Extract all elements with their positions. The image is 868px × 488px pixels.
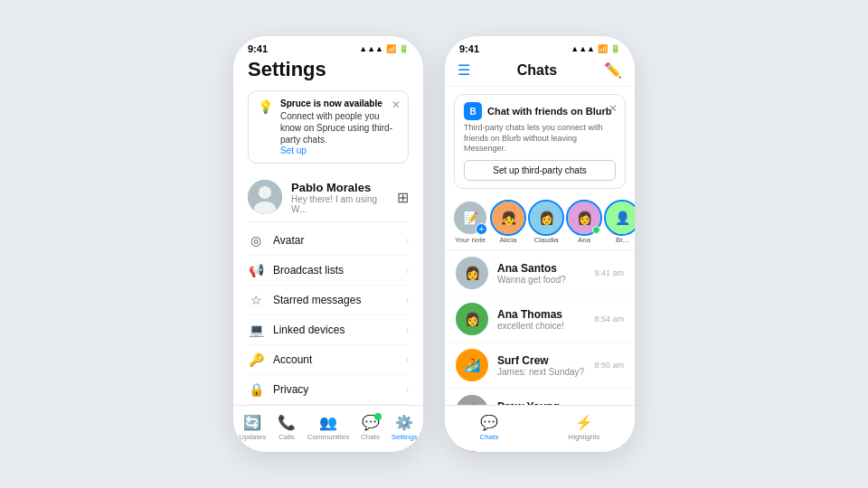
ana-thomas-time: 8:54 am xyxy=(594,314,624,324)
notification-banner: 💡 Spruce is now available Connect with p… xyxy=(248,90,409,164)
broadcast-menu-item[interactable]: 📢 Broadcast lists › xyxy=(248,256,409,286)
star-icon: ☆ xyxy=(248,293,264,307)
privacy-menu-item[interactable]: 🔒 Privacy › xyxy=(248,375,409,405)
avatar-label: Avatar xyxy=(273,234,304,247)
nav-settings[interactable]: ⚙️ Settings xyxy=(392,414,418,441)
starred-menu-item[interactable]: ☆ Starred messages › xyxy=(248,286,409,315)
communities-icon: 👥 xyxy=(319,414,337,431)
story-br[interactable]: 👤 Br... xyxy=(606,202,635,244)
profile-avatar xyxy=(248,180,282,214)
ana-thomas-info: Ana Thomas excellent choice! xyxy=(497,308,585,331)
story-ring xyxy=(490,200,526,236)
broadcast-label: Broadcast lists xyxy=(273,264,344,277)
surf-crew-info: Surf Crew James: next Sunday? xyxy=(497,354,585,377)
signal-icon: ▲▲▲ xyxy=(359,44,383,53)
status-icons-right: ▲▲▲ 📶 🔋 xyxy=(571,44,620,53)
bulb-icon: 💡 xyxy=(258,99,273,114)
battery-icon: 🔋 xyxy=(399,44,409,53)
profile-status: Hey there! I am using W... xyxy=(291,194,388,214)
chevron-icon: › xyxy=(406,266,409,276)
close-notification-icon[interactable]: ✕ xyxy=(392,99,401,111)
calls-nav-label: Calls xyxy=(278,433,295,441)
rnav-chats[interactable]: 💬 Chats xyxy=(479,414,498,441)
tp-title: Chat with friends on Blurb xyxy=(487,106,612,117)
online-indicator xyxy=(592,226,600,234)
avatar-icon: ◎ xyxy=(248,233,264,248)
qr-code-icon[interactable]: ⊞ xyxy=(397,189,409,206)
devices-icon: 💻 xyxy=(248,323,264,337)
chats-nav-label: Chats xyxy=(361,433,380,441)
ana-santos-info: Ana Santos Wanna get food? xyxy=(497,262,585,285)
tp-description: Third-party chats lets you connect with … xyxy=(464,123,616,155)
avatar-menu-item[interactable]: ◎ Avatar › xyxy=(248,226,409,256)
your-note-avatar: 📝 + xyxy=(454,202,486,234)
settings-phone: 9:41 ▲▲▲ 📶 🔋 Settings 💡 Spruce is now av… xyxy=(233,36,423,452)
ana-santos-preview: Wanna get food? xyxy=(497,275,585,285)
story-ring xyxy=(528,200,564,236)
close-banner-icon[interactable]: ✕ xyxy=(609,102,618,115)
account-menu-item[interactable]: 🔑 Account › xyxy=(248,345,409,375)
settings-menu: ◎ Avatar › 📢 Broadcast lists › ☆ Starred… xyxy=(248,226,409,435)
wifi-icon-right: 📶 xyxy=(598,44,608,53)
story-your-note[interactable]: 📝 + Your note xyxy=(454,202,486,244)
settings-title: Settings xyxy=(248,58,409,81)
story-alicia[interactable]: 👧 Alicia xyxy=(492,202,524,244)
br-label: Br... xyxy=(616,236,628,244)
bottom-nav-left: 🔄 Updates 📞 Calls 👥 Communities 💬 Chats … xyxy=(233,405,423,452)
menu-icon[interactable]: ☰ xyxy=(458,61,470,79)
nav-calls[interactable]: 📞 Calls xyxy=(278,414,296,441)
story-ring xyxy=(604,200,635,236)
chevron-icon: › xyxy=(406,325,409,335)
story-ana[interactable]: 👩 Ana xyxy=(568,202,600,244)
account-icon: 🔑 xyxy=(248,352,264,367)
ana-thomas-preview: excellent choice! xyxy=(497,321,585,331)
signal-icon-right: ▲▲▲ xyxy=(571,44,595,53)
status-bar-right: 9:41 ▲▲▲ 📶 🔋 xyxy=(445,36,635,58)
surf-crew-time: 8:50 am xyxy=(594,361,624,370)
status-icons-left: ▲▲▲ 📶 🔋 xyxy=(359,44,409,53)
compose-icon[interactable]: ✏️ xyxy=(604,61,622,79)
ana-label: Ana xyxy=(578,236,590,244)
chats-header: ☰ Chats ✏️ xyxy=(445,58,635,87)
nav-chats[interactable]: 💬 Chats xyxy=(361,414,380,441)
chat-item-ana-thomas-1[interactable]: 👩 Ana Thomas excellent choice! 8:54 am xyxy=(445,296,635,343)
nav-communities[interactable]: 👥 Communities xyxy=(307,414,350,441)
chats-badge xyxy=(374,413,382,420)
settings-icon: ⚙️ xyxy=(395,414,413,431)
chats-rnav-icon: 💬 xyxy=(480,414,498,431)
br-avatar: 👤 xyxy=(606,202,635,234)
profile-row[interactable]: Pablo Morales Hey there! I am using W...… xyxy=(248,173,409,222)
setup-link[interactable]: Set up xyxy=(280,145,399,155)
calls-icon: 📞 xyxy=(278,414,296,431)
chats-title: Chats xyxy=(517,62,557,79)
stories-row: 📝 + Your note 👧 Alicia 👩 Claudia xyxy=(445,196,635,250)
status-time-left: 9:41 xyxy=(248,43,268,54)
chats-phone: 9:41 ▲▲▲ 📶 🔋 ☰ Chats ✏️ B Chat with frie… xyxy=(445,36,635,452)
story-claudia[interactable]: 👩 Claudia xyxy=(530,202,562,244)
linked-menu-item[interactable]: 💻 Linked devices › xyxy=(248,315,409,345)
your-note-label: Your note xyxy=(455,236,486,244)
linked-label: Linked devices xyxy=(273,324,344,336)
wifi-icon: 📶 xyxy=(386,44,396,53)
status-bar-left: 9:41 ▲▲▲ 📶 🔋 xyxy=(233,36,423,58)
ana-avatar: 👩 xyxy=(568,202,600,234)
profile-name: Pablo Morales xyxy=(291,181,388,194)
setup-third-party-button[interactable]: Set up third-party chats xyxy=(464,160,616,181)
surf-crew-name: Surf Crew xyxy=(497,354,585,367)
ana-santos-time: 9:41 am xyxy=(594,268,624,277)
chat-item-surf-crew[interactable]: 🏄 Surf Crew James: next Sunday? 8:50 am xyxy=(445,343,635,389)
svg-point-1 xyxy=(259,186,271,199)
highlights-rnav-label: Highlights xyxy=(568,433,599,441)
surf-crew-preview: James: next Sunday? xyxy=(497,367,585,377)
nav-updates[interactable]: 🔄 Updates xyxy=(239,414,266,441)
updates-nav-label: Updates xyxy=(239,433,266,441)
claudia-avatar: 👩 xyxy=(530,202,562,234)
notification-body: Spruce is now available Connect with peo… xyxy=(280,99,399,155)
status-time-right: 9:41 xyxy=(459,43,479,54)
broadcast-icon: 📢 xyxy=(248,263,264,277)
settings-content: Settings 💡 Spruce is now available Conne… xyxy=(233,58,423,448)
bottom-nav-right: 💬 Chats ⚡ Highlights xyxy=(445,405,635,452)
rnav-highlights[interactable]: ⚡ Highlights xyxy=(568,414,599,441)
chat-item-ana-santos[interactable]: 👩 Ana Santos Wanna get food? 9:41 am xyxy=(445,250,635,296)
ana-santos-avatar: 👩 xyxy=(456,257,488,289)
